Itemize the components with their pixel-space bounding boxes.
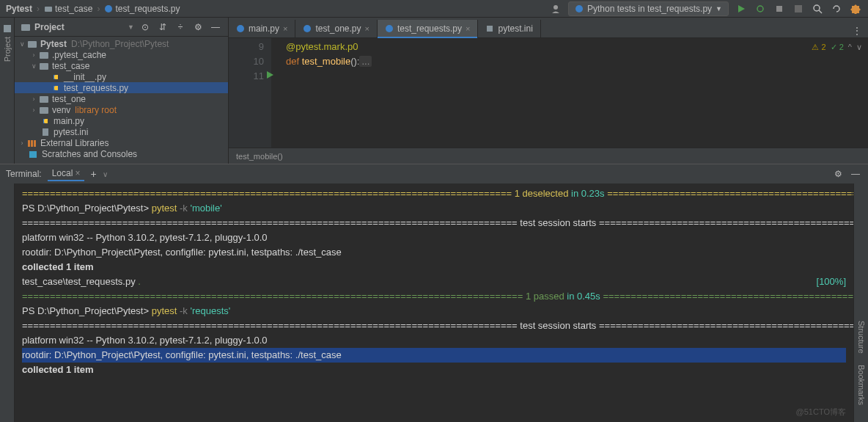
tree-test-requests[interactable]: test_requests.py <box>15 82 228 93</box>
svg-rect-11 <box>4 25 11 32</box>
close-icon[interactable]: × <box>466 24 470 33</box>
more-tabs-icon[interactable]: ⋮ <box>850 24 864 37</box>
tree-scratches[interactable]: Scratches and Consoles <box>15 148 228 159</box>
terminal-tab-local[interactable]: Local× <box>48 167 85 181</box>
settings-icon[interactable] <box>849 2 862 15</box>
svg-rect-16 <box>40 96 48 103</box>
svg-marker-27 <box>267 71 273 79</box>
editor-area: main.py× test_one.py× test_requests.py× … <box>229 18 868 164</box>
svg-line-9 <box>819 10 822 13</box>
folder-icon <box>39 106 49 114</box>
editor-breadcrumb[interactable]: test_mobile() <box>229 148 868 164</box>
python-file-icon <box>236 24 245 33</box>
tab-test-requests[interactable]: test_requests.py× <box>378 20 479 37</box>
tree-main-py[interactable]: main.py <box>15 115 228 126</box>
debug-button[interactable] <box>754 2 767 15</box>
run-config-label: Python tests in test_requests.py <box>587 4 712 14</box>
project-panel-header: Project ▼ ⊙ ⇵ ÷ ⚙ — <box>15 18 228 37</box>
folder-icon <box>44 4 53 13</box>
python-file-icon <box>51 84 60 92</box>
tree-external-libs[interactable]: › External Libraries <box>15 137 228 148</box>
breadcrumb-file[interactable]: test_requests.py <box>104 4 180 14</box>
code-editor[interactable]: @pytest.mark.p0 def test_mobile():... <box>271 38 868 148</box>
collapse-icon[interactable]: ÷ <box>174 21 187 34</box>
python-file-icon <box>104 4 113 13</box>
chevron-down-icon: ▼ <box>716 5 722 12</box>
chevron-down-icon[interactable]: ∨ <box>103 170 108 178</box>
warning-indicator[interactable]: ⚠ 2 <box>812 43 825 52</box>
inspection-indicators[interactable]: ⚠ 2 ✓ 2 ^ ∨ <box>812 43 862 52</box>
breadcrumb: Pytest › test_case › test_requests.py <box>6 4 549 14</box>
locate-icon[interactable]: ⊙ <box>139 21 152 34</box>
tree-venv[interactable]: › venvlibrary root <box>15 104 228 115</box>
folder-icon <box>39 62 49 70</box>
svg-point-8 <box>814 5 820 11</box>
project-panel-title: Project <box>34 22 128 32</box>
svg-point-24 <box>304 25 311 32</box>
terminal-header: Terminal: Local× + ∨ ⚙ — <box>0 164 868 183</box>
tree-init[interactable]: __init__.py <box>15 71 228 82</box>
svg-point-5 <box>757 6 763 12</box>
close-icon[interactable]: × <box>75 168 80 178</box>
hide-terminal-icon[interactable]: — <box>849 167 862 181</box>
svg-point-25 <box>386 25 393 32</box>
project-tool-label[interactable]: Project <box>3 37 12 62</box>
svg-rect-12 <box>21 24 30 31</box>
right-tool-rail: Structure Bookmarks <box>853 183 868 422</box>
chevron-down-icon[interactable]: ▼ <box>128 23 134 31</box>
project-tool-icon[interactable] <box>2 23 12 34</box>
watermark: @51CTO博客 <box>796 404 846 419</box>
tab-main-py[interactable]: main.py× <box>229 20 295 37</box>
expand-icon[interactable]: ⇵ <box>156 21 169 34</box>
close-icon[interactable]: × <box>283 24 287 33</box>
ok-indicator[interactable]: ✓ 2 <box>831 43 844 52</box>
svg-rect-22 <box>29 151 37 158</box>
breadcrumb-folder[interactable]: test_case <box>44 4 92 14</box>
user-icon[interactable] <box>549 2 562 15</box>
top-bar: Pytest › test_case › test_requests.py Py… <box>0 0 868 18</box>
code-area[interactable]: 9 10 11 @pytest.mark.p0 def test_mobile(… <box>229 38 868 148</box>
settings-icon[interactable]: ⚙ <box>191 21 205 34</box>
topbar-actions: Python tests in test_requests.py ▼ <box>549 1 862 16</box>
svg-rect-15 <box>40 63 48 70</box>
run-config-selector[interactable]: Python tests in test_requests.py ▼ <box>568 1 729 16</box>
terminal-settings-icon[interactable]: ⚙ <box>831 167 845 181</box>
svg-marker-4 <box>738 5 745 12</box>
svg-rect-26 <box>487 26 493 32</box>
bookmarks-tool-label[interactable]: Bookmarks <box>857 365 866 405</box>
svg-point-3 <box>575 5 583 12</box>
structure-tool-label[interactable]: Structure <box>857 321 866 354</box>
folder-icon <box>27 40 37 48</box>
python-icon <box>575 4 584 13</box>
close-icon[interactable]: × <box>365 24 369 33</box>
new-terminal-button[interactable]: + <box>90 168 96 180</box>
svg-rect-17 <box>40 107 48 114</box>
tree-test-case[interactable]: ∨ test_case <box>15 60 228 71</box>
terminal-output[interactable]: ========================================… <box>15 183 853 422</box>
terminal-panel: Terminal: Local× + ∨ ⚙ — ===============… <box>0 164 868 422</box>
sync-icon[interactable] <box>830 2 843 15</box>
tree-test-one[interactable]: › test_one <box>15 93 228 104</box>
coverage-button[interactable] <box>773 2 786 15</box>
terminal-title: Terminal: <box>6 169 42 179</box>
ini-file-icon <box>41 128 50 137</box>
tree-cache[interactable]: › .pytest_cache <box>15 49 228 60</box>
tree-root[interactable]: ∨ PytestD:\Python_Project\Pytest <box>15 38 228 49</box>
chevron-right-icon: › <box>37 4 40 14</box>
run-gutter-icon[interactable] <box>267 71 274 79</box>
breadcrumb-root[interactable]: Pytest <box>6 4 32 14</box>
svg-rect-6 <box>776 6 782 12</box>
svg-marker-10 <box>850 4 861 14</box>
tree-pytest-ini[interactable]: pytest.ini <box>15 126 228 137</box>
hide-icon[interactable]: — <box>209 21 222 34</box>
search-icon[interactable] <box>811 2 824 15</box>
stop-button[interactable] <box>792 2 805 15</box>
svg-rect-21 <box>34 140 36 147</box>
project-icon <box>21 22 31 32</box>
python-file-icon <box>51 73 60 81</box>
tab-pytest-ini[interactable]: pytest.ini <box>478 20 540 37</box>
tab-test-one[interactable]: test_one.py× <box>295 20 377 37</box>
svg-rect-19 <box>28 140 30 147</box>
run-button[interactable] <box>735 2 748 15</box>
svg-rect-7 <box>795 5 802 12</box>
